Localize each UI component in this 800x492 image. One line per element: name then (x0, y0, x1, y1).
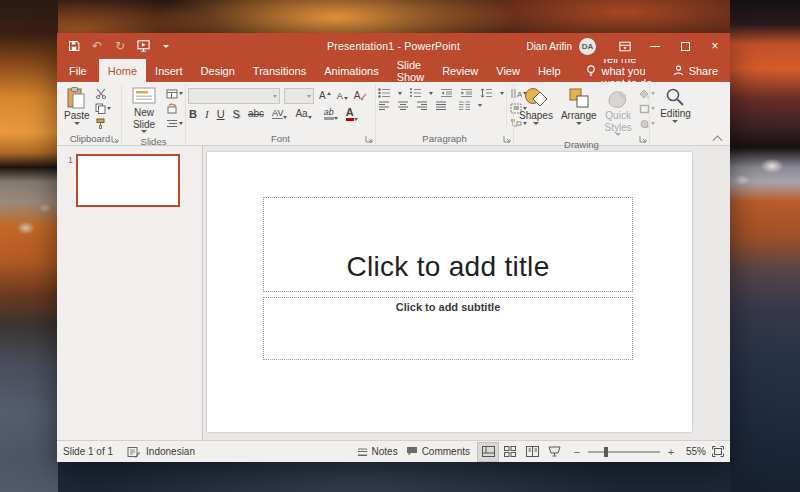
align-right-button[interactable] (416, 101, 428, 110)
tab-transitions[interactable]: Transitions (244, 59, 315, 82)
shapes-button[interactable]: Shapes (516, 85, 556, 127)
title-placeholder-text: Click to add title (346, 251, 549, 291)
start-slideshow-icon[interactable] (136, 39, 150, 53)
slide-layout-icon[interactable] (166, 87, 183, 100)
drawing-dialog-launcher-icon[interactable] (639, 135, 648, 144)
tab-insert[interactable]: Insert (146, 59, 192, 82)
customize-qat-icon[interactable] (159, 39, 173, 53)
fit-slide-to-window-button[interactable] (712, 446, 724, 457)
quick-styles-icon (605, 87, 631, 109)
powerpoint-window: ↶ ↻ Presentation1 - PowerPoint Dian Arif… (57, 33, 730, 462)
collapse-ribbon-icon[interactable] (714, 134, 724, 142)
copy-icon[interactable] (95, 102, 111, 115)
character-spacing-button[interactable]: AV (271, 109, 288, 119)
save-icon[interactable] (67, 39, 81, 53)
section-icon[interactable] (166, 117, 183, 130)
zoom-slider-thumb[interactable] (604, 447, 608, 457)
tab-slide-show[interactable]: Slide Show (388, 59, 434, 82)
paste-button[interactable]: Paste (61, 85, 93, 127)
font-name-combo[interactable] (188, 88, 280, 104)
ribbon-display-options-icon[interactable] (610, 33, 640, 59)
shapes-icon (523, 87, 549, 109)
subtitle-placeholder[interactable]: Click to add subtitle (263, 297, 633, 360)
text-shadow-button[interactable]: S (232, 109, 241, 120)
tell-me-box[interactable]: Tell me what you want to do (586, 59, 661, 82)
new-slide-dropdown-icon (141, 130, 147, 133)
maximize-button[interactable] (670, 33, 700, 59)
align-left-button[interactable] (378, 101, 390, 110)
columns-button[interactable] (458, 101, 471, 110)
zoom-out-button[interactable]: − (572, 446, 582, 458)
redo-icon[interactable]: ↻ (113, 39, 127, 53)
wallpaper-right (730, 0, 800, 492)
highlight-color-button[interactable]: ab (323, 108, 339, 120)
clear-formatting-button[interactable]: A (353, 91, 369, 101)
tab-view[interactable]: View (487, 59, 529, 82)
paragraph-dialog-launcher-icon[interactable] (503, 135, 512, 144)
comments-icon (406, 446, 418, 457)
align-center-button[interactable] (397, 101, 409, 110)
zoom-in-button[interactable]: + (666, 446, 676, 458)
minimize-button[interactable] (640, 33, 670, 59)
change-case-button[interactable]: Aa (294, 109, 312, 119)
tab-help[interactable]: Help (529, 59, 570, 82)
shapes-label: Shapes (519, 110, 553, 122)
tab-home[interactable]: Home (99, 59, 146, 82)
bold-button[interactable]: B (188, 109, 198, 120)
reset-slide-icon[interactable] (166, 102, 183, 115)
slide-indicator[interactable]: Slide 1 of 1 (63, 446, 113, 457)
justify-button[interactable] (435, 101, 447, 110)
title-bar: ↶ ↻ Presentation1 - PowerPoint Dian Arif… (57, 33, 730, 59)
shrink-font-button[interactable]: A (336, 92, 349, 101)
undo-icon[interactable]: ↶ (90, 39, 104, 53)
cut-icon[interactable] (95, 87, 111, 100)
italic-button[interactable]: I (204, 109, 210, 120)
user-avatar[interactable]: DA (579, 38, 596, 55)
numbering-button[interactable] (409, 88, 422, 98)
zoom-slider[interactable] (588, 451, 660, 453)
slide-sorter-view-button[interactable] (500, 443, 520, 461)
bullets-button[interactable] (378, 88, 391, 98)
font-color-button[interactable]: A (345, 107, 359, 121)
strikethrough-button[interactable]: abc (247, 109, 265, 119)
tab-review[interactable]: Review (433, 59, 487, 82)
quick-styles-button[interactable]: Quick Styles (602, 85, 635, 138)
main-area: 1 Click to add title Click to add subtit… (57, 146, 730, 440)
zoom-level[interactable]: 55% (682, 446, 706, 457)
tab-file[interactable]: File (57, 59, 99, 82)
view-shortcuts (478, 443, 564, 461)
underline-button[interactable]: U (216, 109, 226, 120)
increase-indent-button[interactable] (460, 88, 473, 98)
proofing-icon[interactable] (127, 446, 140, 458)
arrange-button[interactable]: Arrange (558, 85, 600, 127)
group-paragraph: A Paragraph (375, 84, 513, 145)
slideshow-view-button[interactable] (544, 443, 564, 461)
font-size-combo[interactable] (284, 88, 314, 104)
new-slide-button[interactable]: New Slide (124, 85, 164, 135)
slide[interactable]: Click to add title Click to add subtitle (207, 152, 692, 432)
slides-group-label: Slides (124, 135, 183, 148)
notes-button[interactable]: Notes (357, 446, 398, 457)
decrease-indent-button[interactable] (440, 88, 453, 98)
editing-label: Editing (660, 108, 691, 120)
editing-button[interactable]: Editing (657, 85, 694, 125)
line-spacing-button[interactable] (480, 88, 493, 98)
tab-animations[interactable]: Animations (315, 59, 387, 82)
font-dialog-launcher-icon[interactable] (365, 135, 374, 144)
format-painter-icon[interactable] (95, 117, 111, 130)
user-name[interactable]: Dian Arifin (526, 41, 572, 52)
group-drawing: Shapes Arrange Quick Styles (513, 84, 649, 145)
grow-font-button[interactable]: A (318, 91, 332, 101)
normal-view-button[interactable] (478, 443, 498, 461)
close-button[interactable]: × (700, 33, 730, 59)
slide-thumbnail[interactable] (76, 154, 180, 207)
title-placeholder[interactable]: Click to add title (263, 197, 633, 292)
comments-button[interactable]: Comments (406, 446, 470, 457)
share-label: Share (689, 65, 718, 77)
group-slides: New Slide Slides (121, 84, 185, 145)
tab-design[interactable]: Design (192, 59, 244, 82)
clipboard-dialog-launcher-icon[interactable] (111, 135, 120, 144)
reading-view-button[interactable] (522, 443, 542, 461)
share-button[interactable]: Share (661, 59, 730, 82)
language-indicator[interactable]: Indonesian (146, 446, 195, 457)
